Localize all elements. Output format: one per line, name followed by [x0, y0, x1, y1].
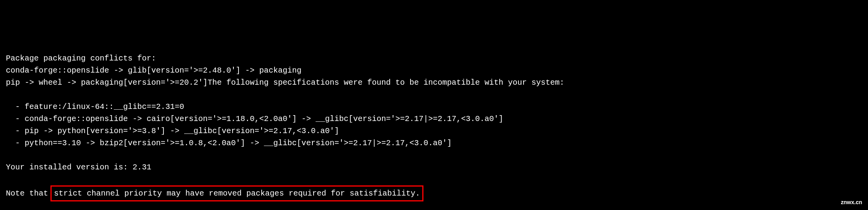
watermark: znwx.cn	[841, 198, 862, 207]
note-prefix: Note that	[6, 189, 53, 198]
output-line: Your installed version is: 2.31	[6, 163, 151, 172]
output-line: Package packaging conflicts for:	[6, 54, 156, 63]
output-line: conda-forge::openslide -> glib[version='…	[6, 66, 301, 75]
highlighted-note: strict channel priority may have removed…	[50, 185, 423, 201]
output-line: pip -> wheel -> packaging[version='>=20.…	[6, 78, 564, 87]
output-line: - feature:/linux-64::__glibc==2.31=0	[6, 102, 184, 111]
terminal-output: Package packaging conflicts for: conda-f…	[6, 52, 862, 201]
output-line: - pip -> python[version='>=3.8'] -> __gl…	[6, 126, 339, 135]
output-line: - conda-forge::openslide -> cairo[versio…	[6, 114, 503, 123]
output-line: - python==3.10 -> bzip2[version='>=1.0.8…	[6, 139, 452, 148]
